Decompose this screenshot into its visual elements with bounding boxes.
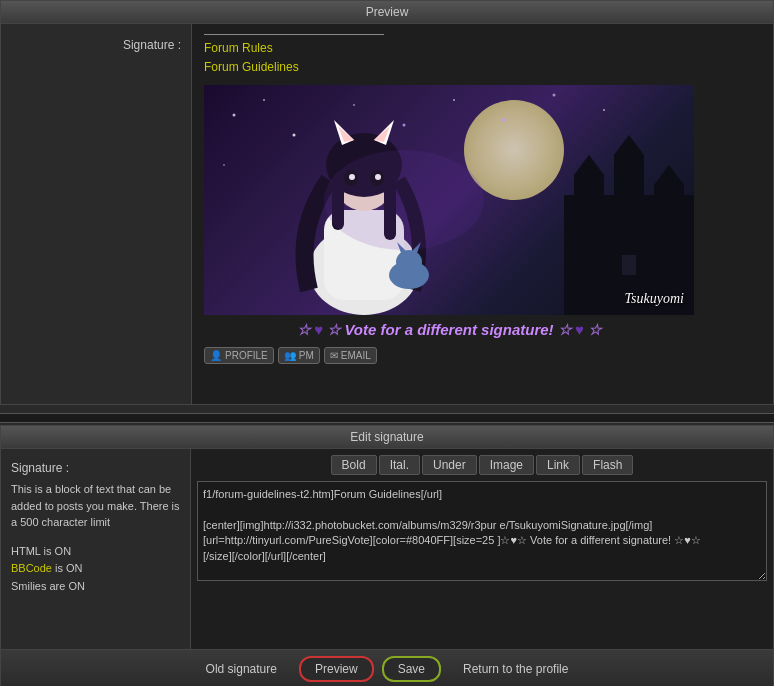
vote-wings2: ☆ <box>327 321 340 338</box>
html-info: HTML is ON BBCode is ON Smilies are ON <box>11 543 180 596</box>
sig-image-container: Tsukuyomi ☆ ♥ ☆ Vote for a different sig… <box>204 85 694 339</box>
pm-button[interactable]: 👥 PM <box>278 347 320 364</box>
edit-title: Edit signature <box>350 430 423 444</box>
svg-point-34 <box>223 164 225 166</box>
image-btn[interactable]: Image <box>479 455 534 475</box>
preview-body: Signature : Forum Rules Forum Guidelines <box>1 24 773 404</box>
forum-guidelines-link[interactable]: Forum Guidelines <box>204 58 761 77</box>
textarea-wrapper: f1/forum-guidelines-t2.htm]Forum Guideli… <box>197 481 767 584</box>
vote-wings3: ☆ <box>588 321 601 338</box>
preview-section: Preview Signature : Forum Rules Forum Gu… <box>0 0 774 405</box>
flash-btn[interactable]: Flash <box>582 455 633 475</box>
bottom-bar: Old signature Preview Save Return to the… <box>1 649 773 686</box>
svg-point-36 <box>324 150 484 250</box>
sig-divider <box>204 34 384 35</box>
sparkles-svg <box>204 85 694 315</box>
preview-btn[interactable]: Preview <box>299 656 374 682</box>
bbcode-status: BBCode is ON <box>11 560 180 578</box>
smilies-status: Smilies are ON <box>11 578 180 596</box>
edit-right-panel: Bold Ital. Under Image Link Flash f1/for… <box>191 449 773 649</box>
vote-wings-right: ☆ <box>558 321 571 338</box>
save-btn[interactable]: Save <box>382 656 441 682</box>
vote-text: ☆ ♥ ☆ Vote for a different signature! ☆ … <box>204 321 694 339</box>
svg-point-32 <box>502 118 506 122</box>
bbcode-link[interactable]: BBCode <box>11 562 52 574</box>
vote-main-text: Vote for a different signature! <box>344 321 557 338</box>
forum-rules-link[interactable]: Forum Rules <box>204 39 761 58</box>
edit-left-panel: Signature : This is a block of text that… <box>1 449 191 649</box>
sig-links: Forum Rules Forum Guidelines <box>204 39 761 77</box>
vote-wings-left: ☆ <box>297 321 310 338</box>
sig-description: This is a block of text that can be adde… <box>11 481 180 531</box>
profile-actions: 👤 PROFILE 👥 PM ✉ EMAIL <box>204 347 761 364</box>
pm-btn-label: PM <box>299 350 314 361</box>
return-profile-btn[interactable]: Return to the profile <box>449 658 582 680</box>
edit-body: Signature : This is a block of text that… <box>1 449 773 649</box>
signature-label: Signature : <box>1 24 191 404</box>
link-btn[interactable]: Link <box>536 455 580 475</box>
sig-image: Tsukuyomi <box>204 85 694 315</box>
svg-point-29 <box>353 104 355 106</box>
svg-point-27 <box>263 99 265 101</box>
preview-title: Preview <box>366 5 409 19</box>
vote-heart-right: ♥ <box>575 321 584 338</box>
format-toolbar: Bold Ital. Under Image Link Flash <box>197 455 767 475</box>
section-divider <box>0 413 774 423</box>
edit-section: Edit signature Signature : This is a blo… <box>0 425 774 686</box>
italic-btn[interactable]: Ital. <box>379 455 420 475</box>
svg-point-30 <box>403 124 406 127</box>
edit-title-bar: Edit signature <box>1 426 773 449</box>
profile-button[interactable]: 👤 PROFILE <box>204 347 274 364</box>
html-status: HTML is ON <box>11 543 180 561</box>
underline-btn[interactable]: Under <box>422 455 477 475</box>
old-signature-btn[interactable]: Old signature <box>192 658 291 680</box>
sig-textarea[interactable]: f1/forum-guidelines-t2.htm]Forum Guideli… <box>197 481 767 581</box>
email-btn-label: EMAIL <box>341 350 371 361</box>
image-watermark: Tsukuyomi <box>625 291 684 307</box>
email-button[interactable]: ✉ EMAIL <box>324 347 377 364</box>
svg-point-33 <box>553 94 556 97</box>
svg-point-35 <box>603 109 605 111</box>
vote-heart-left: ♥ <box>314 321 323 338</box>
signature-content: Forum Rules Forum Guidelines <box>191 24 773 404</box>
svg-point-31 <box>453 99 455 101</box>
svg-point-28 <box>293 134 296 137</box>
preview-title-bar: Preview <box>1 1 773 24</box>
edit-sig-label: Signature : <box>11 459 180 477</box>
bold-btn[interactable]: Bold <box>331 455 377 475</box>
profile-btn-label: PROFILE <box>225 350 268 361</box>
svg-point-26 <box>233 114 236 117</box>
